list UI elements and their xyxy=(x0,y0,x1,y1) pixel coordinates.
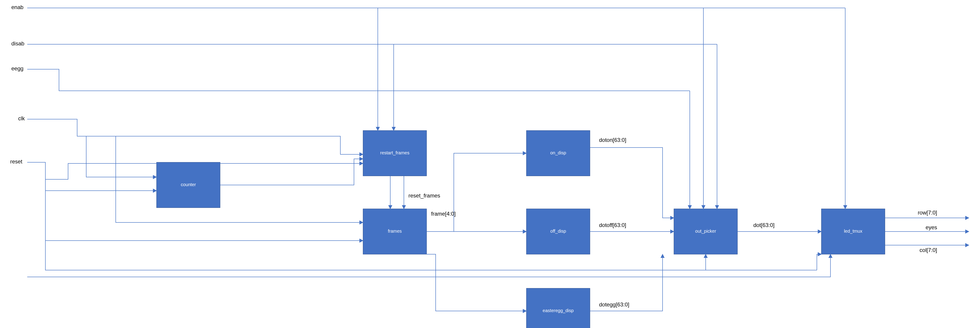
wire-counter-out xyxy=(220,159,363,185)
block-counter-label: counter xyxy=(181,182,196,187)
input-enab-label: enab xyxy=(11,4,23,10)
block-off-disp: off_disp xyxy=(527,209,590,254)
signal-dotegg-label: dotegg[63:0] xyxy=(599,301,629,307)
signal-doton-label: doton[63:0] xyxy=(599,137,626,143)
wire-reset-frames xyxy=(390,176,404,209)
output-eyes-label: eyes xyxy=(926,224,937,230)
wire-disab xyxy=(27,44,717,209)
input-reset-label: reset xyxy=(10,158,22,164)
block-out-picker-label: out_picker xyxy=(695,229,716,234)
input-disab-label: disab xyxy=(11,40,24,46)
block-restart-frames-label: restart_frames xyxy=(380,150,410,156)
signal-dot-label: dot[63:0] xyxy=(753,222,775,228)
signal-dotoff-label: dotoff[63:0] xyxy=(599,222,626,228)
block-restart-frames: restart_frames xyxy=(363,131,426,176)
block-easteregg-disp-label: easteregg_disp xyxy=(543,308,574,313)
block-led-tmux-label: led_tmux xyxy=(844,229,862,234)
block-frames: frames xyxy=(363,209,426,254)
block-on-disp: on_disp xyxy=(527,131,590,176)
wire-eegg xyxy=(27,69,690,209)
input-eegg-label: eegg xyxy=(11,65,23,72)
signal-reset-frames-label: reset_frames xyxy=(409,193,440,199)
block-out-picker: out_picker xyxy=(674,209,737,254)
block-frames-label: frames xyxy=(388,229,402,234)
block-diagram: counter restart_frames frames on_disp of… xyxy=(0,0,980,328)
output-row-label: row[7:0] xyxy=(918,210,937,216)
signal-frame-label: frame[4:0] xyxy=(431,211,456,217)
block-led-tmux: led_tmux xyxy=(821,209,885,254)
wire-doton xyxy=(590,148,674,218)
wire-enab xyxy=(27,8,845,209)
block-counter: counter xyxy=(157,162,220,208)
block-easteregg-disp: easteregg_disp xyxy=(527,288,590,328)
input-clk-label: clk xyxy=(18,115,25,121)
output-col-label: col[7:0] xyxy=(920,247,937,253)
block-off-disp-label: off_disp xyxy=(550,229,566,234)
wire-frame-bus xyxy=(426,153,527,311)
block-on-disp-label: on_disp xyxy=(550,150,566,156)
